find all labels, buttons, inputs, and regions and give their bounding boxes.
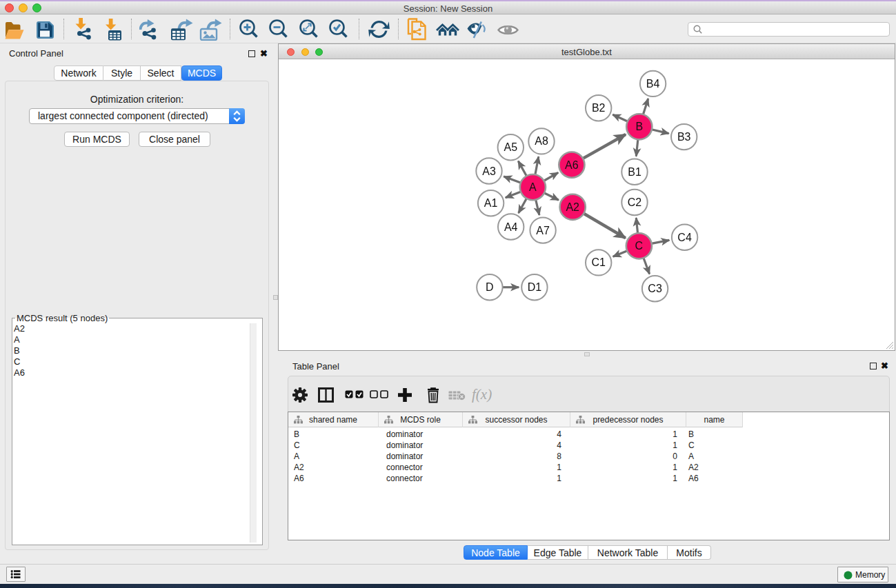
svg-text:A3: A3 [482,165,496,177]
svg-text:C3: C3 [648,283,662,294]
svg-text:B3: B3 [677,131,691,143]
svg-text:A2: A2 [566,201,579,213]
svg-text:B: B [635,121,643,132]
svg-text:A8: A8 [535,135,548,147]
svg-text:C: C [635,240,644,252]
svg-text:C4: C4 [677,232,692,243]
svg-text:A7: A7 [536,225,550,236]
svg-text:A5: A5 [504,141,518,153]
svg-text:D1: D1 [528,281,542,293]
svg-text:A1: A1 [484,197,498,209]
svg-text:B1: B1 [628,166,641,178]
svg-text:C2: C2 [628,196,642,208]
svg-text:A: A [529,181,537,193]
svg-text:C1: C1 [591,256,606,268]
svg-text:A6: A6 [565,159,579,171]
svg-text:D: D [486,281,494,293]
svg-text:A4: A4 [504,221,518,233]
svg-text:B4: B4 [646,78,660,90]
svg-text:B2: B2 [592,102,606,114]
